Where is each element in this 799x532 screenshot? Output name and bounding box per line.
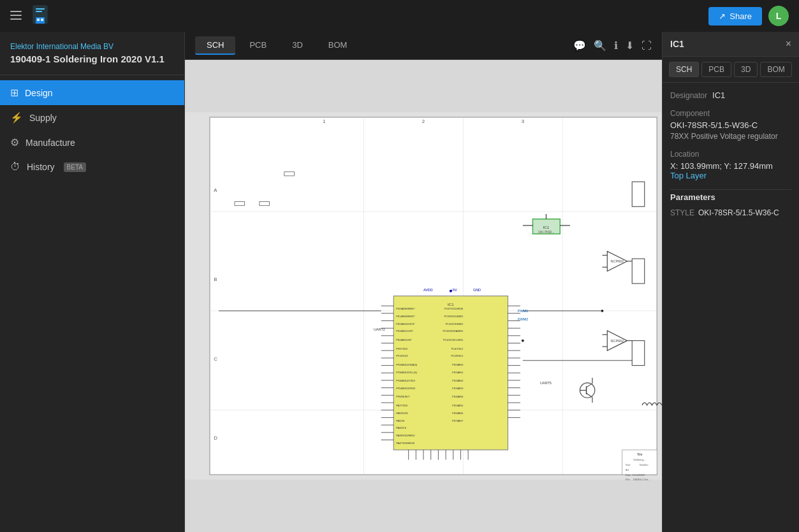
svg-text:PA6/RXD6: PA6/RXD6: [396, 412, 407, 415]
panel-tab-sch[interactable]: SCH: [669, 62, 699, 77]
svg-text:PA4/SCK: PA4/SCK: [396, 426, 406, 429]
designator-value: IC1: [712, 90, 725, 100]
hamburger-icon[interactable]: [10, 10, 22, 23]
svg-text:PF2/AIN12/SDA(S): PF2/AIN12/SDA(S): [396, 363, 418, 366]
svg-text:Title: Title: [637, 453, 643, 456]
svg-text:Size: Size: [626, 463, 631, 466]
designator-row: Designator IC1: [670, 90, 791, 100]
tab-bom[interactable]: BOM: [317, 36, 359, 55]
svg-text:3: 3: [522, 119, 524, 124]
svg-point-153: [450, 290, 452, 292]
location-layer: Top Layer: [670, 171, 791, 180]
sidebar-item-label: History: [27, 162, 55, 172]
param-style-value: OKI-78SR-5/1.5-W36-C: [698, 208, 779, 217]
svg-text:PE3/AIN11/SS*: PE3/AIN11/SS*: [396, 329, 413, 333]
svg-text:PF1/RXD2: PF1/RXD2: [396, 354, 408, 357]
designator-label: Designator: [670, 91, 707, 100]
panel-header: IC1 ×: [663, 32, 799, 57]
svg-text:PD0/AIN0: PD0/AIN0: [452, 363, 463, 366]
sidebar-item-design[interactable]: ⊞ Design: [0, 80, 184, 105]
panel-title: IC1: [670, 39, 684, 49]
svg-text:PA3/RXD0/MISO: PA3/RXD0/MISO: [396, 434, 414, 437]
svg-rect-0: [10, 11, 22, 12]
panel-tab-3d[interactable]: 3D: [734, 62, 758, 77]
svg-text:PC3/SS/SDA/MS5: PC3/SS/SDA/MS5: [443, 329, 463, 333]
svg-text:PD7/AIN7: PD7/AIN7: [452, 419, 463, 422]
tab-bar: SCH PCB 3D BOM 💬 🔍 ℹ ⬇ ⛶: [185, 32, 662, 60]
design-icon: ⊞: [10, 87, 18, 99]
svg-rect-8: [37, 18, 40, 21]
sidebar-item-manufacture[interactable]: ⚙ Manufacture: [0, 130, 184, 155]
svg-text:Number: Number: [640, 463, 649, 466]
schematic-area[interactable]: 1 2 3 A B C D: [185, 60, 662, 532]
svg-text:File: ...190409-1 Sol...: File: ...190409-1 Sol...: [626, 478, 650, 481]
svg-text:PA7/TXD6: PA7/TXD6: [396, 404, 407, 407]
svg-text:PD1/AIN1: PD1/AIN1: [452, 371, 463, 374]
tab-pcb[interactable]: PCB: [238, 36, 278, 55]
sidebar-item-supply[interactable]: ⚡ Supply: [0, 105, 184, 130]
svg-rect-1: [10, 15, 22, 16]
sidebar-item-label: Design: [25, 88, 53, 98]
component-value: OKI-78SR-5/1.5-W36-C: [670, 120, 791, 130]
svg-text:PC5/RXD1/MISO: PC5/RXD1/MISO: [444, 315, 463, 318]
app-logo: [29, 3, 55, 29]
beta-badge: BETA: [64, 162, 86, 172]
chat-icon[interactable]: 💬: [573, 40, 586, 52]
share-label: Share: [729, 11, 752, 21]
svg-text:PC5/RXD1: PC5/RXD1: [451, 354, 463, 357]
svg-text:2: 2: [422, 119, 425, 124]
svg-point-151: [601, 310, 604, 312]
tab-sch[interactable]: SCH: [195, 36, 235, 55]
svg-text:PF3/AIN13/SCL(S): PF3/AIN13/SCL(S): [396, 371, 417, 374]
svg-text:C: C: [214, 356, 217, 362]
svg-text:PC4/SCK/MISO: PC4/SCK/MISO: [446, 322, 464, 326]
panel-tab-pcb[interactable]: PCB: [701, 62, 731, 77]
parameters-title: Parameters: [670, 189, 791, 202]
svg-text:PF4/AIN14/TXD2: PF4/AIN14/TXD2: [396, 379, 415, 382]
svg-text:IC1: IC1: [543, 225, 550, 229]
svg-text:PC6/TXD1/MOSI: PC6/TXD1/MOSI: [444, 307, 464, 310]
main-layout: Elektor International Media BV 190409-1 …: [0, 32, 799, 532]
manufacture-icon: ⚙: [10, 136, 19, 148]
svg-text:AVDD: AVDD: [423, 288, 433, 292]
svg-text:A4: A4: [626, 468, 629, 471]
svg-text:PC3/XX/SCL/MS5: PC3/XX/SCL/MS5: [443, 338, 463, 341]
share-icon: ↗: [719, 11, 726, 21]
svg-rect-2: [10, 18, 22, 20]
svg-text:B: B: [214, 277, 217, 282]
supply-icon: ⚡: [10, 111, 23, 124]
sidebar-item-label: Manufacture: [26, 138, 75, 148]
info-icon[interactable]: ℹ: [614, 40, 618, 52]
sidebar: Elektor International Media BV 190409-1 …: [0, 32, 185, 532]
sidebar-item-history[interactable]: ⏱ History BETA: [0, 155, 184, 179]
company-name: Elektor International Media BV: [10, 42, 174, 51]
svg-text:PD5/AIN5: PD5/AIN5: [452, 404, 463, 407]
svg-text:NCP602: NCP602: [611, 339, 624, 343]
tab-icons: 💬 🔍 ℹ ⬇ ⛶: [573, 40, 652, 52]
svg-text:PD3/AIN3: PD3/AIN3: [452, 387, 463, 390]
svg-text:PE1/AIN9/MISO*: PE1/AIN9/MISO*: [396, 315, 415, 318]
svg-text:UART2: UART2: [374, 327, 385, 331]
svg-text:Soldering...: Soldering...: [633, 458, 646, 461]
component-field: Component OKI-78SR-5/1.5-W36-C 78XX Posi…: [670, 109, 791, 141]
user-avatar[interactable]: L: [768, 6, 789, 26]
svg-text:PF5/AIN15/RXD2: PF5/AIN15/RXD2: [396, 387, 415, 390]
tab-3d[interactable]: 3D: [281, 36, 314, 55]
search-icon[interactable]: 🔍: [594, 40, 606, 52]
svg-text:PE4/AIN1/SS*: PE4/AIN1/SS*: [396, 338, 412, 341]
right-panel: IC1 × SCH PCB 3D BOM Designator IC1 Comp…: [662, 32, 799, 532]
fullscreen-icon[interactable]: ⛶: [641, 40, 652, 52]
svg-text:PD4/AIN4: PD4/AIN4: [452, 395, 464, 398]
param-style-key: STYLE: [670, 208, 694, 217]
topbar-right: ↗ Share L: [708, 6, 789, 26]
svg-text:PD2/AIN2: PD2/AIN2: [452, 379, 463, 382]
svg-rect-5: [36, 8, 45, 10]
panel-close-button[interactable]: ×: [786, 38, 791, 50]
svg-text:D: D: [214, 435, 217, 441]
location-field: Location X: 103.99mm; Y: 127.94mm Top La…: [670, 150, 791, 180]
download-icon[interactable]: ⬇: [626, 40, 634, 52]
panel-tab-bom[interactable]: BOM: [760, 62, 791, 77]
svg-text:OKI-78SR...: OKI-78SR...: [538, 231, 554, 234]
share-button[interactable]: ↗ Share: [708, 7, 762, 25]
svg-text:1: 1: [323, 119, 325, 124]
